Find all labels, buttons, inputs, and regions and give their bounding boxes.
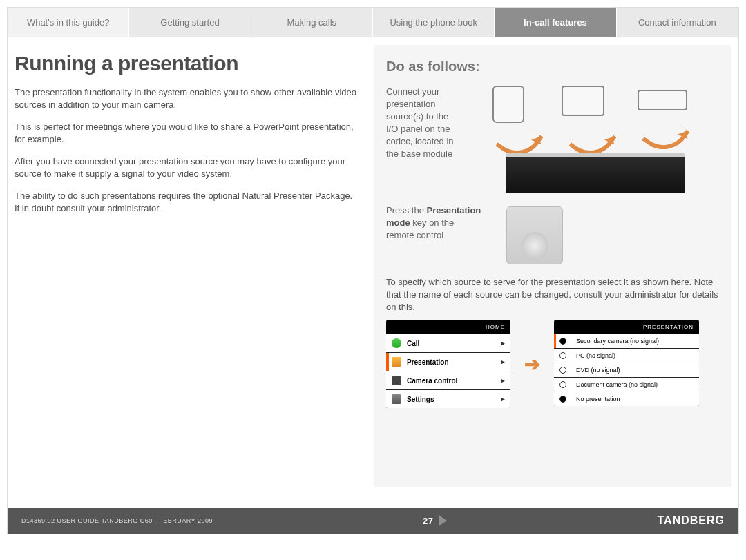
home-menu-settings-label: Settings: [407, 396, 434, 403]
tab-contact-info[interactable]: Contact information: [617, 8, 738, 37]
radio-icon: [560, 352, 566, 359]
codec-connection-graphic: [472, 86, 719, 196]
remote-graphic-wrap: [492, 204, 719, 267]
pres-menu-item-label: DVD (no signal): [576, 367, 620, 374]
chevron-right-icon: ▸: [501, 340, 505, 347]
document-camera-icon: [492, 86, 524, 123]
page-footer: D14369.02 USER GUIDE TANDBERG C60—FEBRUA…: [8, 508, 738, 534]
step-press-presentation: Press the Presentation mode key on the r…: [386, 204, 719, 267]
tab-phone-book[interactable]: Using the phone book: [373, 8, 495, 37]
menu-screenshots: HOME Call ▸ Presentation ▸ Camera contro…: [386, 320, 719, 408]
chevron-right-icon: ▸: [501, 358, 505, 365]
presentation-menu-panel: PRESENTATION Secondary camera (no signal…: [554, 320, 699, 406]
left-column: Running a presentation The presentation …: [15, 45, 360, 487]
home-menu-call-label: Call: [407, 340, 419, 347]
tab-in-call-features[interactable]: In-call features: [495, 8, 616, 37]
radio-icon: [560, 381, 566, 388]
right-column: Do as follows: Connect your presentation…: [374, 45, 731, 487]
pres-menu-secondary-camera: Secondary camera (no signal): [554, 334, 699, 348]
pres-menu-item-label: PC (no signal): [576, 352, 615, 359]
home-menu-title: HOME: [386, 320, 510, 334]
pres-menu-item-label: No presentation: [576, 396, 620, 403]
arrow-right-icon: ➔: [524, 353, 540, 376]
intro-para-2: This is perfect for meetings where you w…: [15, 121, 360, 146]
pres-menu-dvd: DVD (no signal): [554, 363, 699, 377]
pres-menu-item-label: Document camera (no signal): [576, 381, 658, 388]
step1-text: Connect your presentation source(s) to t…: [386, 86, 462, 196]
pres-menu-no-presentation: No presentation: [554, 392, 699, 406]
home-menu-panel: HOME Call ▸ Presentation ▸ Camera contro…: [386, 320, 510, 408]
intro-para-3: After you have connected your presentati…: [15, 155, 360, 180]
dvd-player-icon: [638, 90, 687, 110]
step2-pre: Press the: [386, 205, 427, 215]
tab-bar: What's in this guide? Getting started Ma…: [8, 8, 738, 38]
step-connect-source: Connect your presentation source(s) to t…: [386, 86, 719, 196]
radio-filled-icon: [560, 396, 566, 403]
doc-id: D14369.02 USER GUIDE TANDBERG C60—FEBRUA…: [21, 517, 213, 524]
pres-menu-document-camera: Document camera (no signal): [554, 377, 699, 392]
intro-para-4: The ability to do such presentations req…: [15, 190, 360, 215]
brand-logo: TANDBERG: [658, 514, 725, 527]
triangle-right-icon: [439, 515, 447, 526]
laptop-icon: [562, 86, 604, 116]
do-as-follows-heading: Do as follows:: [386, 59, 719, 75]
home-menu-presentation-label: Presentation: [407, 358, 449, 366]
home-menu-camera-label: Camera control: [407, 377, 457, 385]
codec-device-icon: [506, 153, 685, 193]
radio-icon: [560, 338, 566, 345]
home-menu-call: Call ▸: [386, 334, 510, 352]
home-menu-camera: Camera control ▸: [386, 371, 510, 389]
pres-menu-item-label: Secondary camera (no signal): [576, 338, 659, 345]
presentation-icon: [392, 357, 401, 367]
source-selection-note: To specify which source to serve for the…: [386, 276, 719, 313]
page-number-wrap: 27: [423, 515, 447, 526]
document-page: What's in this guide? Getting started Ma…: [7, 7, 739, 534]
remote-control-icon: [506, 206, 563, 264]
camera-icon: [392, 376, 401, 385]
pres-menu-pc: PC (no signal): [554, 348, 699, 363]
intro-para-1: The presentation functionality in the sy…: [15, 86, 360, 111]
home-menu-presentation: Presentation ▸: [386, 352, 510, 371]
tab-getting-started[interactable]: Getting started: [129, 8, 251, 37]
tab-whats-in-guide[interactable]: What's in this guide?: [8, 8, 129, 37]
home-menu-settings: Settings ▸: [386, 389, 510, 408]
step2-text: Press the Presentation mode key on the r…: [386, 204, 483, 267]
tab-making-calls[interactable]: Making calls: [251, 8, 373, 37]
content-area: Running a presentation The presentation …: [8, 38, 738, 508]
chevron-right-icon: ▸: [501, 396, 505, 403]
radio-icon: [560, 367, 566, 374]
page-number: 27: [423, 516, 433, 526]
phone-icon: [392, 338, 401, 348]
presentation-menu-title: PRESENTATION: [554, 320, 699, 334]
settings-icon: [392, 394, 401, 404]
chevron-right-icon: ▸: [501, 377, 505, 384]
page-title: Running a presentation: [15, 52, 360, 75]
